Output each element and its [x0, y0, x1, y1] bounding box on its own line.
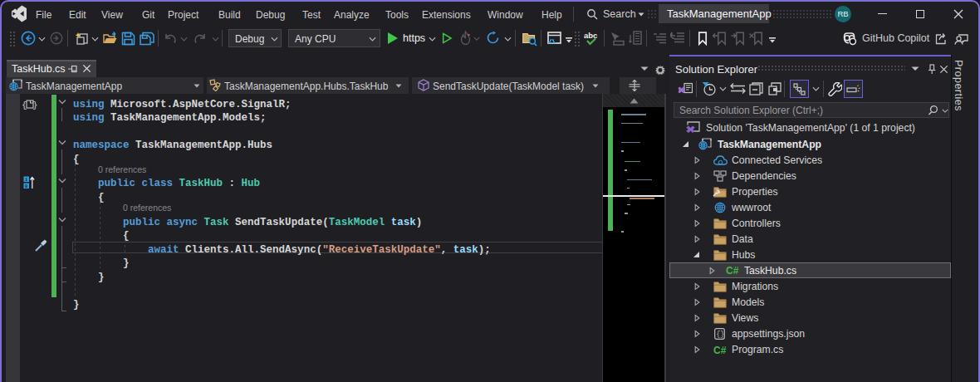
svg-text:}: }: [32, 100, 37, 110]
svg-text:{}: {}: [716, 331, 724, 339]
svg-text:0: 0: [25, 184, 27, 189]
svg-text:C#: C#: [726, 265, 739, 276]
svg-text:C#: C#: [713, 345, 727, 355]
